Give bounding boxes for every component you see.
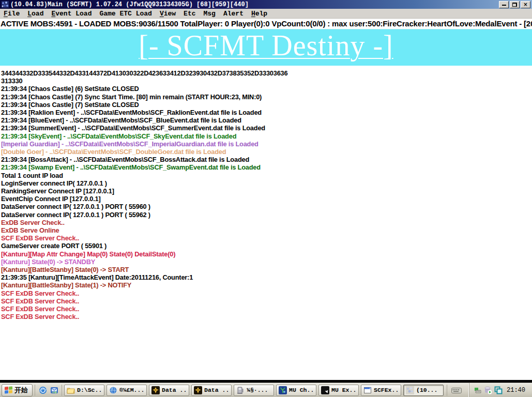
taskbar-item-label: MU Ex... bbox=[331, 387, 356, 393]
taskbar-item-dataserver-2[interactable]: Data ... bbox=[191, 385, 232, 396]
log-line: 21:39:34 [SummerEvent] - ..\SCFData\Even… bbox=[1, 124, 532, 132]
window-icon bbox=[363, 386, 372, 394]
title-bar: (10.04.83)Main (SCFMT) 1.07.24 (Jfw1QQ93… bbox=[0, 0, 532, 9]
log-line: ExDB Server Check.. bbox=[1, 219, 532, 226]
ime-indicator[interactable] bbox=[447, 385, 466, 396]
log-line: SCF ExDB Server Check.. bbox=[1, 289, 532, 297]
menu-etc[interactable]: Etc bbox=[184, 10, 195, 18]
taskbar-clock[interactable]: 21:40 bbox=[507, 387, 525, 394]
system-tray: 21:40 bbox=[469, 383, 528, 397]
menu-game-etc-load[interactable]: Game ETC Load bbox=[99, 10, 151, 18]
log-line: [Kanturu][Map Attr Change] Map(0) State(… bbox=[1, 250, 532, 258]
menu-file[interactable]: File bbox=[4, 10, 20, 18]
restore-icon bbox=[512, 3, 517, 7]
windows-logo-icon bbox=[5, 386, 12, 394]
log-line: DataServer connect IP( 127.0.0.1 ) PORT … bbox=[1, 203, 532, 210]
start-button[interactable]: 开始 bbox=[2, 384, 33, 396]
taskbar-item-label: D:\Sc... bbox=[77, 387, 102, 393]
menu-alert[interactable]: Alert bbox=[223, 10, 244, 18]
log-line: SCF ExDB Server Check.. bbox=[1, 305, 532, 313]
restore-button[interactable] bbox=[510, 1, 520, 8]
close-button[interactable]: × bbox=[521, 1, 530, 8]
menu-view[interactable]: View bbox=[160, 10, 176, 18]
log-line: 21:39:34 [BlueEvent] - ..\SCFData\EventM… bbox=[1, 116, 532, 124]
menu-msg[interactable]: Msg bbox=[204, 10, 216, 18]
log-line: 21:39:34 [Chaos Castle] (7) SetState CLO… bbox=[1, 101, 532, 109]
taskbar-item-mu-ex[interactable]: MU Ex... bbox=[318, 385, 359, 396]
log-line: GameServer create PORT ( 55901 ) bbox=[1, 242, 532, 250]
menu-event-load[interactable]: Event Load bbox=[51, 10, 92, 18]
log-line: 313330 bbox=[1, 77, 532, 85]
server-log: 344344332D333544332D433144372D413030322D… bbox=[0, 66, 532, 321]
taskbar-item-utility[interactable]: ¼§·... bbox=[234, 385, 274, 396]
minimize-icon bbox=[502, 2, 506, 6]
app-fuzzy-icon bbox=[406, 386, 414, 394]
menu-bar: FileLoadEvent LoadGame ETC LoadViewEtcMs… bbox=[0, 9, 532, 19]
log-line: 21:39:34 [Chaos Castle] (6) SetState CLO… bbox=[1, 85, 532, 93]
internet-explorer-icon[interactable] bbox=[38, 386, 47, 394]
close-icon: × bbox=[523, 2, 527, 7]
log-line: 21:39:34 [Chaos Castle] (7) Sync Start T… bbox=[1, 93, 532, 101]
log-line: [Imperial Guardian] - ..\SCFData\EventMo… bbox=[1, 140, 532, 148]
log-line: DataServer connect IP( 127.0.0.1 ) PORT … bbox=[1, 211, 532, 219]
taskbar-item-explorer[interactable]: D:\Sc... bbox=[64, 385, 104, 396]
taskbar-item-scfmt-active[interactable]: (10... bbox=[403, 385, 444, 396]
keyboard-icon bbox=[451, 387, 462, 394]
log-line: SCF ExDB Server Check.. bbox=[1, 313, 532, 320]
log-line: 21:39:34 [SkyEvent] - ..\SCFData\EventMo… bbox=[1, 132, 532, 140]
taskbar: 开始 D:\Sc... ®¼£M... Data ... Data ... ¼§… bbox=[0, 383, 532, 397]
window-title: (10.04.83)Main (SCFMT) 1.07.24 (Jfw1QQ93… bbox=[10, 1, 499, 8]
taskbar-item-label: Data ... bbox=[162, 387, 187, 393]
tray-network-icon[interactable] bbox=[494, 386, 503, 394]
tray-input-icon[interactable] bbox=[474, 386, 482, 394]
log-line: 21:39:34 [Swamp Event] - ..\SCFData\Even… bbox=[1, 163, 532, 171]
log-line: SCF ExDB Server Check.. bbox=[1, 234, 532, 242]
menu-load[interactable]: Load bbox=[27, 10, 43, 18]
log-line: 21:39:34 [Raklion Event] - ..\SCFData\Ev… bbox=[1, 109, 532, 116]
taskbar-item-label: ¼§·... bbox=[247, 387, 268, 393]
data-emblem-icon bbox=[194, 386, 202, 394]
taskbar-item-label: MU Ch... bbox=[289, 387, 314, 393]
log-line: Total 1 count IP load bbox=[1, 172, 532, 179]
taskbar-item-label: SCFEx... bbox=[374, 387, 399, 393]
main-window: (10.04.83)Main (SCFMT) 1.07.24 (Jfw1QQ93… bbox=[0, 0, 532, 380]
log-line: EventChip Connect IP [127.0.0.1] bbox=[1, 195, 532, 203]
banner-text: [- SCFMT Destiny -] bbox=[139, 31, 393, 64]
taskbar-item-dataserver-1[interactable]: Data ... bbox=[149, 385, 189, 396]
taskbar-item-label: (10... bbox=[416, 387, 437, 393]
log-line: RankingServer Connect IP [127.0.0.1] bbox=[1, 187, 532, 195]
taskbar-item-scfex[interactable]: SCFEx... bbox=[361, 385, 401, 396]
log-line: 21:39:35 [Kanturu][TimeAttackEvent] Date… bbox=[1, 273, 532, 281]
status-line: ACTIVE MOBS:4591 - LOADED MOBS:9036/1150… bbox=[0, 19, 532, 29]
data-emblem-icon bbox=[151, 386, 160, 394]
start-label: 开始 bbox=[14, 386, 28, 395]
log-line: SCF ExDB Server Check.. bbox=[1, 297, 532, 305]
globe-icon bbox=[109, 386, 117, 394]
banner: [- SCFMT Destiny -] bbox=[0, 29, 532, 66]
quick-launch-bar bbox=[35, 385, 62, 396]
taskbar-item-label: ®¼£M... bbox=[119, 387, 144, 393]
menu-help[interactable]: Help bbox=[251, 10, 267, 18]
folder-icon bbox=[67, 386, 75, 394]
log-line: [Kanturu][BattleStanby] State(0) -> STAR… bbox=[1, 266, 532, 273]
taskbar-item-label: Data ... bbox=[204, 387, 229, 393]
mu-plant-icon bbox=[279, 386, 287, 394]
minimize-button[interactable] bbox=[499, 1, 509, 8]
log-line: [Kanturu] State(0) -> STANDBY bbox=[1, 258, 532, 266]
app-icon bbox=[2, 1, 9, 8]
log-line: [Kanturu][BattleStanby] State(1) -> NOTI… bbox=[1, 281, 532, 289]
log-line: [Double Goer] - ..\SCFData\EventMobs\SCF… bbox=[1, 148, 532, 156]
outlook-express-icon[interactable] bbox=[50, 386, 58, 394]
log-line: 21:39:34 [BossAttack] - ..\SCFData\Event… bbox=[1, 156, 532, 163]
log-line: LoginServer connect IP( 127.0.0.1 ) bbox=[1, 179, 532, 187]
mu-arrow-icon bbox=[321, 386, 329, 394]
pump-icon bbox=[236, 386, 245, 394]
log-line: ExDB Serve Online bbox=[1, 226, 532, 234]
tray-database-icon[interactable] bbox=[484, 386, 492, 394]
taskbar-item-browser[interactable]: ®¼£M... bbox=[107, 385, 147, 396]
log-line: 344344332D333544332D433144372D413030322D… bbox=[1, 69, 532, 77]
taskbar-item-mu-ch[interactable]: MU Ch... bbox=[276, 385, 316, 396]
